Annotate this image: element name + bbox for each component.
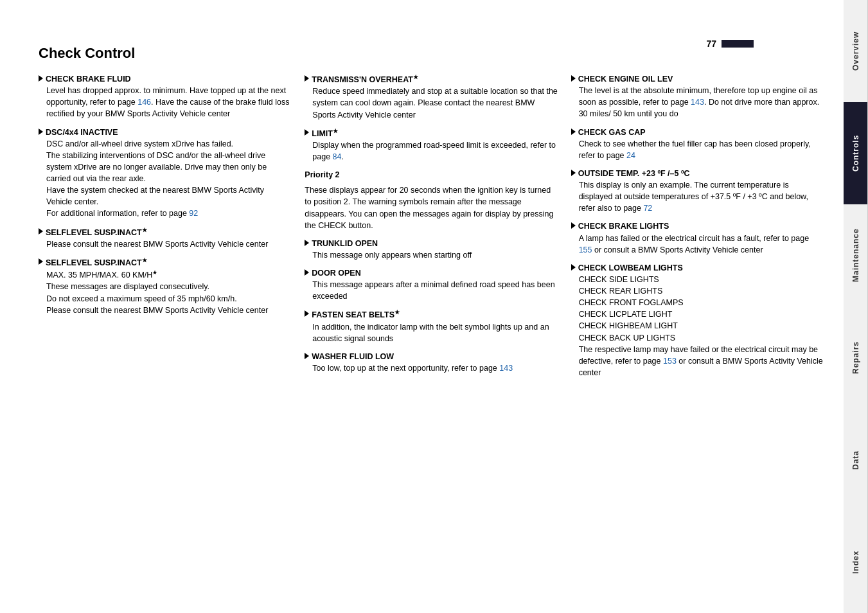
link-143b[interactable]: 143 [691,98,704,107]
main-content: 77 Check Control CHECK BRAKE FLUID Level… [0,0,844,613]
priority-label: Priority 2 [305,169,558,181]
link-84[interactable]: 84 [333,152,342,161]
item-body: DSC and/or all-wheel drive system xDrive… [46,138,292,220]
triangle-icon [571,75,576,82]
list-item: CHECK BRAKE FLUID Level has dropped appr… [39,73,292,120]
list-item: CHECK BRAKE LIGHTS A lamp has failed or … [571,220,824,255]
item-title: TRUNKLID OPEN [312,238,378,249]
column-2: TRANSMISS'N OVERHEAT★ Reduce speed immed… [305,73,558,380]
sidebar-item-repairs[interactable]: Repairs [844,306,868,409]
triangle-icon [39,129,43,135]
item-body: This message only appears when starting … [312,249,558,261]
link-92[interactable]: 92 [189,209,198,218]
page-number-line [722,40,754,48]
item-title: SELFLEVEL SUSP.INACT★ [46,256,147,269]
list-item: LIMIT★ Display when the programmed road-… [305,127,558,163]
list-item: SELFLEVEL SUSP.INACT★ Please consult the… [39,226,292,250]
link-24[interactable]: 24 [626,151,635,160]
item-title: DOOR OPEN [312,267,360,279]
sidebar-item-controls[interactable]: Controls [844,102,868,204]
list-item: OUTSIDE TEMP. +23 ºF /–5 ºC This display… [571,168,824,215]
column-1: CHECK BRAKE FLUID Level has dropped appr… [39,73,292,323]
triangle-icon [305,129,309,136]
link-153[interactable]: 153 [663,357,677,366]
item-title: LIMIT★ [312,127,338,139]
triangle-icon [39,258,43,265]
triangle-icon [571,170,576,176]
sidebar-item-overview[interactable]: Overview [844,0,868,102]
sidebar-item-data[interactable]: Data [844,409,868,511]
item-header: SELFLEVEL SUSP.INACT★ [39,256,292,269]
triangle-icon [305,269,309,276]
item-header: CHECK ENGINE OIL LEV [571,73,824,85]
item-header: CHECK BRAKE LIGHTS [571,220,824,232]
link-72[interactable]: 72 [643,204,652,213]
triangle-icon [305,75,309,82]
page-number: 77 [706,39,716,49]
triangle-icon [39,228,43,235]
item-title: CHECK ENGINE OIL LEV [578,73,673,85]
sidebar-tab-label-maintenance: Maintenance [851,229,860,283]
sidebar-item-maintenance[interactable]: Maintenance [844,204,868,306]
triangle-icon [571,129,576,135]
triangle-icon [571,264,576,271]
page-number-bar: 77 [706,39,754,49]
list-item: CHECK ENGINE OIL LEV The level is at the… [571,73,824,120]
triangle-icon [571,222,576,229]
item-title: TRANSMISS'N OVERHEAT★ [312,73,418,85]
item-body: Display when the programmed road-speed l… [312,139,558,163]
item-title: CHECK BRAKE FLUID [46,73,131,85]
sidebar: Overview Controls Maintenance Repairs Da… [844,0,868,613]
item-header: SELFLEVEL SUSP.INACT★ [39,226,292,238]
triangle-icon [305,240,309,246]
page-container: 77 Check Control CHECK BRAKE FLUID Level… [0,0,868,613]
item-title: CHECK BRAKE LIGHTS [578,220,669,232]
list-item: CHECK LOWBEAM LIGHTS CHECK SIDE LIGHTS C… [571,262,824,378]
item-header: LIMIT★ [305,127,558,139]
priority-desc: These displays appear for 20 seconds whe… [305,184,558,231]
item-body: In addition, the indicator lamp with the… [312,321,558,344]
item-header: CHECK BRAKE FLUID [39,73,292,85]
item-title: DSC/4x4 INACTIVE [46,127,118,138]
column-3: CHECK ENGINE OIL LEV The level is at the… [571,73,824,385]
item-body: The level is at the absolute minimum, th… [579,85,824,120]
sidebar-tab-label-index: Index [851,550,860,573]
sidebar-item-index[interactable]: Index [844,511,868,613]
list-item: DSC/4x4 INACTIVE DSC and/or all-wheel dr… [39,127,292,220]
item-title: OUTSIDE TEMP. +23 ºF /–5 ºC [578,168,690,179]
item-header: TRANSMISS'N OVERHEAT★ [305,73,558,85]
list-item: TRUNKLID OPEN This message only appears … [305,238,558,261]
list-item: FASTEN SEAT BELTS★ In addition, the indi… [305,308,558,344]
item-header: DSC/4x4 INACTIVE [39,127,292,138]
sidebar-tab-label-data: Data [851,450,860,470]
list-item: DOOR OPEN This message appears after a m… [305,267,558,302]
item-body: Reduce speed immediately and stop at a s… [312,85,558,120]
item-header: CHECK LOWBEAM LIGHTS [571,262,824,274]
item-body: A lamp has failed or the electrical circ… [579,233,824,256]
item-body: MAX. 35 MPH/MAX. 60 KM/H★ These messages… [46,269,292,316]
item-body: Check to see whether the fuel filler cap… [579,138,824,161]
item-header: DOOR OPEN [305,267,558,279]
content-columns: CHECK BRAKE FLUID Level has dropped appr… [39,73,824,385]
item-header: FASTEN SEAT BELTS★ [305,308,558,321]
triangle-icon [305,353,309,359]
link-155[interactable]: 155 [579,245,592,254]
list-item: TRANSMISS'N OVERHEAT★ Reduce speed immed… [305,73,558,121]
item-header: TRUNKLID OPEN [305,238,558,249]
list-item: WASHER FLUID LOW Too low, top up at the … [305,351,558,374]
triangle-icon [305,310,309,317]
item-body: This display is only an example. The cur… [579,179,824,214]
item-title: WASHER FLUID LOW [312,351,394,362]
item-header: CHECK GAS CAP [571,127,824,138]
item-body: Please consult the nearest BMW Sports Ac… [46,238,292,250]
link-146[interactable]: 146 [137,98,151,107]
list-item: CHECK GAS CAP Check to see whether the f… [571,127,824,161]
link-143a[interactable]: 143 [499,364,513,373]
item-header: OUTSIDE TEMP. +23 ºF /–5 ºC [571,168,824,179]
triangle-icon [39,75,43,82]
item-title: SELFLEVEL SUSP.INACT★ [46,226,147,238]
item-title: CHECK LOWBEAM LIGHTS [578,262,683,274]
item-body: CHECK SIDE LIGHTS CHECK REAR LIGHTS CHEC… [579,274,824,378]
item-title: CHECK GAS CAP [578,127,646,138]
sidebar-tab-label-controls: Controls [851,135,860,172]
